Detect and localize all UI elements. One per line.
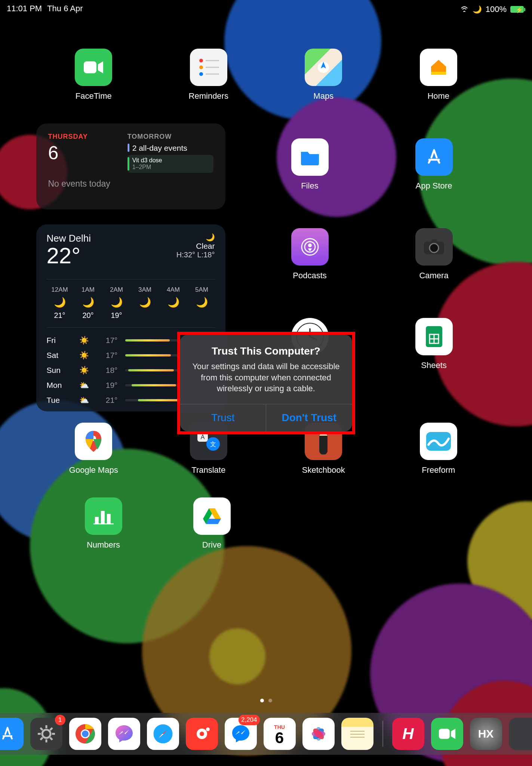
trust-dialog: Trust This Computer? Your settings and d… (180, 335, 352, 431)
trust-button[interactable]: Trust (180, 404, 266, 431)
annotation-highlight: Trust This Computer? Your settings and d… (177, 332, 355, 434)
dialog-text: Your settings and data will be accessibl… (190, 361, 342, 394)
dialog-title: Trust This Computer? (190, 345, 342, 357)
dont-trust-button[interactable]: Don't Trust (266, 404, 352, 431)
modal-overlay: Trust This Computer? Your settings and d… (0, 0, 532, 766)
